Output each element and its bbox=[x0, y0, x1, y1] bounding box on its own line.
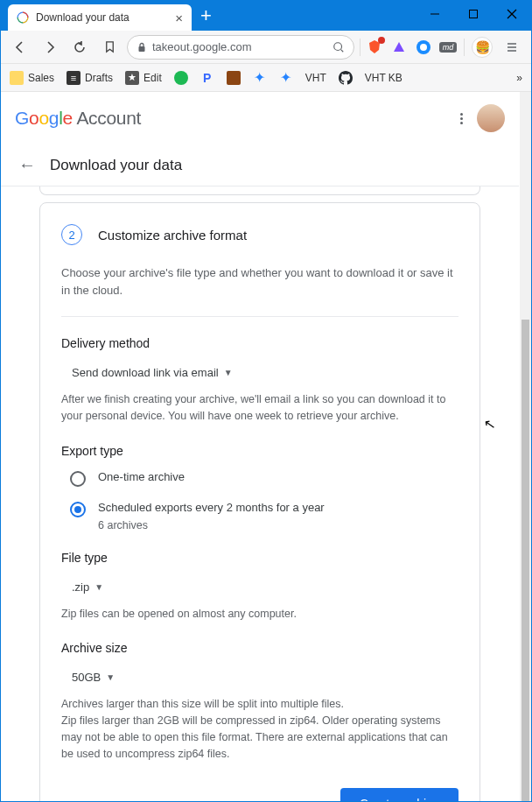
bookmark-app1[interactable] bbox=[227, 71, 241, 85]
bookmark-icon[interactable] bbox=[97, 35, 122, 60]
card-title: Customize archive format bbox=[98, 228, 247, 243]
bookmark-confluence[interactable]: ✦ bbox=[253, 71, 267, 85]
google-account-logo[interactable]: Google Account bbox=[15, 108, 141, 129]
chevron-down-icon: ▼ bbox=[224, 368, 233, 377]
card-description: Choose your archive's file type and whet… bbox=[61, 264, 458, 317]
delivery-help: After we finish creating your archive, w… bbox=[61, 391, 458, 425]
extension-md-icon[interactable]: md bbox=[439, 39, 457, 56]
nav-back-button[interactable] bbox=[8, 35, 32, 60]
radio-icon bbox=[70, 471, 86, 487]
browser-tab[interactable]: Download your data × bbox=[8, 4, 192, 31]
bookmark-drafts[interactable]: ≡Drafts bbox=[66, 71, 113, 85]
extension-1password-icon[interactable] bbox=[415, 39, 432, 56]
export-section: Export type One-time archive Scheduled e… bbox=[61, 444, 458, 531]
previous-card-edge bbox=[39, 186, 480, 195]
svg-point-6 bbox=[334, 42, 342, 50]
browser-menu-button[interactable] bbox=[500, 35, 524, 60]
bookmark-overflow[interactable]: » bbox=[516, 72, 522, 84]
profile-avatar-small[interactable]: 🍔 bbox=[472, 37, 493, 58]
bookmark-confluence2[interactable]: ✦ bbox=[279, 71, 293, 85]
radio-scheduled[interactable]: Scheduled exports every 2 months for a y… bbox=[70, 501, 458, 531]
back-arrow-icon[interactable]: ← bbox=[18, 155, 36, 175]
export-label: Export type bbox=[61, 444, 458, 458]
lock-icon bbox=[136, 42, 147, 53]
chevron-down-icon: ▼ bbox=[94, 582, 103, 592]
google-header: Google Account bbox=[1, 92, 519, 144]
close-window-button[interactable] bbox=[493, 1, 531, 27]
maximize-button[interactable] bbox=[454, 1, 493, 27]
sub-header: ← Download your data bbox=[1, 144, 519, 186]
url-text: takeout.google.com bbox=[152, 40, 327, 53]
bookmark-sales[interactable]: Sales bbox=[10, 71, 54, 85]
bookmark-vhtkb[interactable]: VHT KB bbox=[365, 72, 402, 84]
bookmark-vht[interactable]: VHT bbox=[305, 72, 326, 84]
bookmark-pandora[interactable]: P bbox=[200, 71, 214, 85]
scrollbar-thumb[interactable] bbox=[522, 320, 529, 801]
page-content: Google Account ← Download your data 2 Cu… bbox=[1, 92, 519, 801]
scrollbar-track[interactable] bbox=[520, 92, 531, 801]
page-title: Download your data bbox=[50, 157, 182, 174]
bookmark-spotify[interactable] bbox=[174, 71, 188, 85]
extension-triangle-icon[interactable] bbox=[390, 39, 408, 56]
svg-line-7 bbox=[341, 49, 344, 52]
size-dropdown[interactable]: 50GB ▼ bbox=[61, 667, 116, 687]
filetype-help: Zip files can be opened on almost any co… bbox=[61, 606, 458, 623]
step-number: 2 bbox=[61, 224, 82, 245]
size-section: Archive size 50GB ▼ Archives larger than… bbox=[61, 641, 458, 762]
svg-rect-2 bbox=[470, 11, 478, 18]
bookmark-github[interactable] bbox=[339, 71, 353, 85]
nav-forward-button[interactable] bbox=[38, 35, 62, 60]
delivery-label: Delivery method bbox=[61, 336, 458, 350]
svg-rect-5 bbox=[139, 46, 145, 52]
radio-one-time[interactable]: One-time archive bbox=[70, 470, 458, 487]
tab-title: Download your data bbox=[36, 11, 130, 24]
header-menu-icon[interactable] bbox=[460, 113, 463, 124]
reload-button[interactable] bbox=[67, 35, 92, 60]
delivery-dropdown[interactable]: Send download link via email ▼ bbox=[61, 362, 234, 383]
google-favicon bbox=[17, 11, 29, 24]
close-tab-icon[interactable]: × bbox=[175, 11, 183, 25]
zoom-icon[interactable] bbox=[332, 41, 345, 53]
chevron-down-icon: ▼ bbox=[106, 672, 115, 682]
size-label: Archive size bbox=[61, 641, 458, 655]
radio-icon-selected bbox=[70, 502, 86, 517]
create-archive-button[interactable]: Create archive bbox=[340, 788, 458, 801]
profile-picture[interactable] bbox=[477, 104, 505, 132]
filetype-section: File type .zip ▼ Zip files can be opened… bbox=[61, 551, 458, 623]
bookmark-edit[interactable]: ★Edit bbox=[125, 71, 162, 85]
size-help: Archives larger than this size will be s… bbox=[61, 696, 458, 762]
address-bar[interactable]: takeout.google.com bbox=[127, 35, 354, 60]
new-tab-button[interactable]: + bbox=[192, 3, 220, 29]
browser-toolbar: takeout.google.com md 🍔 bbox=[1, 31, 531, 64]
svg-point-9 bbox=[420, 44, 427, 51]
archive-format-card: 2 Customize archive format Choose your a… bbox=[39, 202, 480, 801]
delivery-section: Delivery method Send download link via e… bbox=[61, 336, 458, 425]
filetype-label: File type bbox=[61, 551, 458, 565]
bookmark-bar: Sales ≡Drafts ★Edit P ✦ ✦ VHT VHT KB » bbox=[1, 64, 531, 92]
window-titlebar: Download your data × + bbox=[1, 1, 531, 31]
minimize-button[interactable] bbox=[416, 1, 454, 27]
brave-shield-icon[interactable] bbox=[366, 39, 383, 56]
filetype-dropdown[interactable]: .zip ▼ bbox=[61, 577, 105, 597]
